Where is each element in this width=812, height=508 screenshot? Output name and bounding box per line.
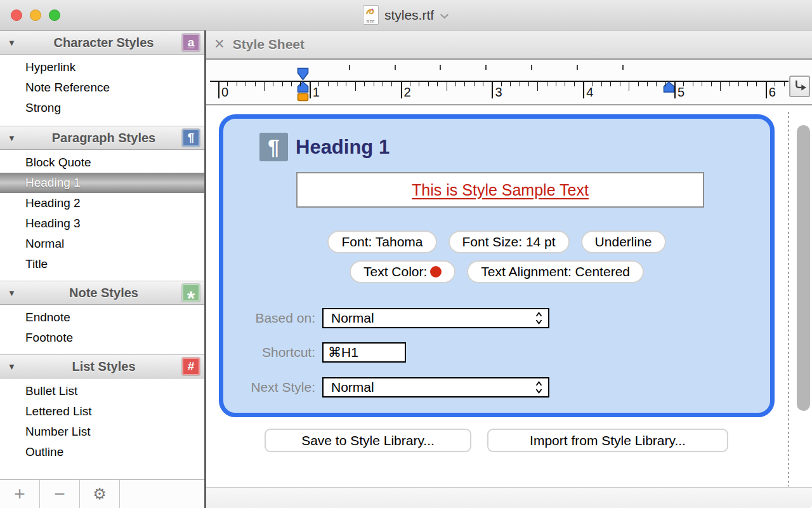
tab-stop-mark[interactable] xyxy=(531,65,532,70)
next-style-select[interactable]: Normal xyxy=(322,377,549,398)
shortcut-input[interactable]: ⌘H1 xyxy=(322,342,406,363)
save-to-style-library-button[interactable]: Save to Style Library... xyxy=(265,429,471,452)
tab-stop-mark[interactable] xyxy=(395,65,396,70)
tab-stop-mark[interactable] xyxy=(622,65,624,70)
based-on-value: Normal xyxy=(331,311,374,326)
status-footer xyxy=(206,487,812,508)
title-chevron-down-icon[interactable] xyxy=(440,13,449,19)
list-style-badge-icon: # xyxy=(182,358,200,375)
ruler: 0123456 xyxy=(206,60,812,105)
text-color-swatch xyxy=(430,266,442,277)
list-styles-list: Bullet ListLettered ListNumber ListOutli… xyxy=(0,378,204,479)
line-break-button[interactable] xyxy=(789,76,810,97)
file-type-label: RTF xyxy=(367,19,375,24)
ruler-tick xyxy=(255,82,256,86)
ruler-tick xyxy=(756,82,757,86)
import-from-style-library-button[interactable]: Import from Style Library... xyxy=(487,429,728,452)
remove-style-button[interactable]: − xyxy=(40,480,80,508)
first-line-indent-marker[interactable] xyxy=(297,67,309,81)
ruler-tick xyxy=(328,82,329,86)
add-style-button[interactable]: + xyxy=(0,480,40,508)
ruler-tick xyxy=(337,82,337,86)
attribute-pill-row-1: Font: TahomaFont Size: 14 ptUnderline xyxy=(223,231,770,253)
sidebar-item-strong[interactable]: Strong xyxy=(0,98,204,118)
ruler-tick xyxy=(282,82,283,86)
ruler-tick xyxy=(574,82,575,86)
attribute-pill-font-size-14-pt: Font Size: 14 pt xyxy=(449,231,570,253)
ruler-number-label: 2 xyxy=(404,85,411,100)
ruler-tick xyxy=(447,82,447,91)
ruler-tick xyxy=(346,82,346,86)
ruler-tick xyxy=(355,82,356,91)
ruler-tick xyxy=(391,82,392,86)
sidebar-item-title[interactable]: Title xyxy=(0,254,204,274)
disclosure-triangle-icon[interactable]: ▼ xyxy=(8,38,25,48)
sidebar-item-outline[interactable]: Outline xyxy=(0,442,204,462)
sidebar-item-heading-1[interactable]: Heading 1 xyxy=(0,173,204,193)
next-style-label: Next Style: xyxy=(223,380,315,395)
ruler-tick xyxy=(747,82,748,86)
ruler-tick xyxy=(620,82,620,86)
section-header-character-styles[interactable]: ▼ Character Styles a xyxy=(0,30,204,55)
based-on-select[interactable]: Normal xyxy=(322,308,549,328)
style-sheet-header: × Style Sheet xyxy=(206,30,812,60)
sidebar-item-normal[interactable]: Normal xyxy=(0,234,204,254)
title-bar: RTF styles.rtf xyxy=(0,0,812,30)
gear-actions-button[interactable]: ⚙ xyxy=(80,480,120,508)
ruler-tick xyxy=(510,82,511,86)
ruler-tick xyxy=(711,82,712,86)
paragraph-style-badge-icon: ¶ xyxy=(182,129,200,147)
ruler-tick xyxy=(455,82,456,86)
ruler-number-label: 1 xyxy=(313,85,320,100)
sidebar-toolbar: + − ⚙ xyxy=(0,479,204,508)
section-header-note-styles[interactable]: ▼ Note Styles * xyxy=(0,281,204,305)
sidebar-item-endnote[interactable]: Endnote xyxy=(0,307,204,328)
sidebar-item-note-reference[interactable]: Note Reference xyxy=(0,77,204,98)
ruler-tick xyxy=(520,82,520,86)
sidebar-item-heading-3[interactable]: Heading 3 xyxy=(0,213,204,234)
attribute-pill-row-2: Text Color:Text Alignment: Centered xyxy=(223,260,770,283)
tab-stop-mark[interactable] xyxy=(577,65,578,70)
ruler-tick xyxy=(401,82,402,98)
sidebar-item-hyperlink[interactable]: Hyperlink xyxy=(0,57,204,77)
sidebar-item-footnote[interactable]: Footnote xyxy=(0,328,204,348)
next-style-value: Normal xyxy=(331,380,374,395)
section-header-list-styles[interactable]: ▼ List Styles # xyxy=(0,354,204,378)
return-arrow-icon xyxy=(791,77,809,95)
scrollbar-thumb[interactable] xyxy=(797,125,810,411)
note-styles-list: EndnoteFootnote xyxy=(0,305,204,354)
tab-stop-mark[interactable] xyxy=(485,65,487,70)
document-proxy-icon[interactable]: RTF xyxy=(363,5,379,25)
section-header-paragraph-styles[interactable]: ▼ Paragraph Styles ¶ xyxy=(0,126,204,150)
ruler-tick xyxy=(583,82,584,98)
ruler-tick xyxy=(784,82,785,86)
ruler-tick xyxy=(310,82,311,98)
ruler-tick xyxy=(437,82,438,86)
ruler-tick xyxy=(656,82,657,86)
ruler-tick xyxy=(364,82,365,86)
shortcut-label: Shortcut: xyxy=(223,345,315,360)
ruler-tick xyxy=(729,82,730,86)
left-margin-marker[interactable] xyxy=(297,93,309,102)
sidebar-item-number-list[interactable]: Number List xyxy=(0,422,204,442)
ruler-tick xyxy=(665,82,666,86)
sidebar-item-lettered-list[interactable]: Lettered List xyxy=(0,401,204,422)
character-style-badge-icon: a xyxy=(182,34,200,51)
sidebar-item-heading-2[interactable]: Heading 2 xyxy=(0,193,204,213)
style-editor-panel: ¶ Heading 1 This is Style Sample Text Fo… xyxy=(219,114,775,417)
ruler-tick xyxy=(273,82,273,86)
tab-stop-mark[interactable] xyxy=(440,65,441,70)
ruler-tick xyxy=(218,82,219,98)
close-icon[interactable]: × xyxy=(214,34,225,54)
ruler-tick xyxy=(766,82,767,98)
disclosure-triangle-icon[interactable]: ▼ xyxy=(8,288,25,298)
sidebar-item-bullet-list[interactable]: Bullet List xyxy=(0,381,204,401)
ruler-tick xyxy=(702,82,702,86)
disclosure-triangle-icon[interactable]: ▼ xyxy=(8,133,25,143)
app-window: RTF styles.rtf ▼ Character Styles a Hype… xyxy=(0,0,812,508)
disclosure-triangle-icon[interactable]: ▼ xyxy=(8,362,25,371)
sidebar-item-block-quote[interactable]: Block Quote xyxy=(0,152,204,173)
ruler-tick xyxy=(610,82,611,86)
left-indent-marker[interactable] xyxy=(297,81,309,93)
tab-stop-mark[interactable] xyxy=(349,65,350,70)
